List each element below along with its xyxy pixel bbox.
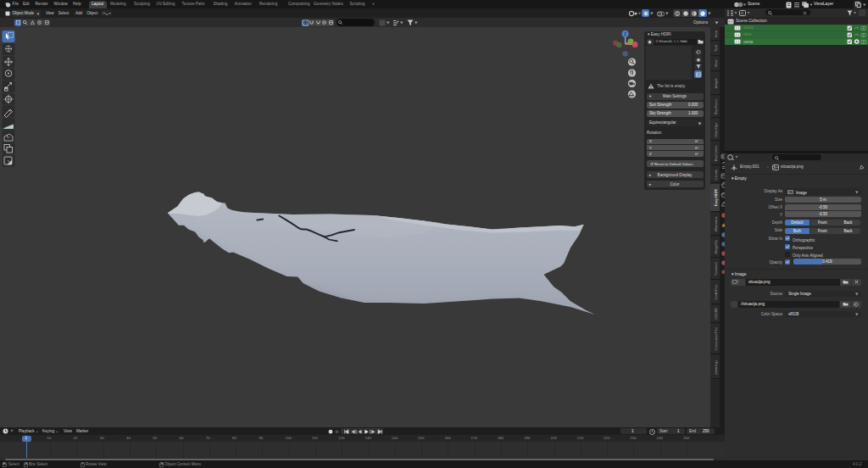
svg-text:Z: Z [624, 31, 626, 36]
